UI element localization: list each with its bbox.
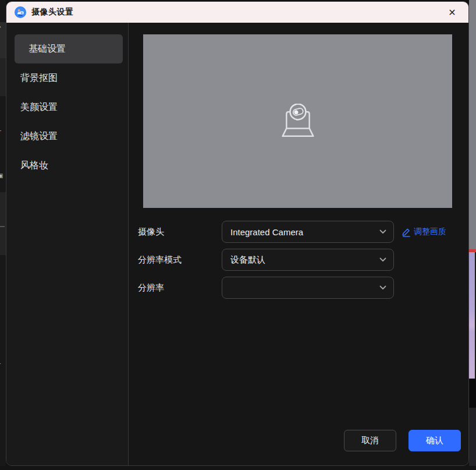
cancel-button[interactable]: 取消 xyxy=(344,430,396,451)
camera-preview-area xyxy=(143,34,452,208)
titlebar[interactable]: 摄像头设置 ✕ xyxy=(6,2,468,23)
bg-preview-edge xyxy=(469,0,476,249)
sidebar-item-beauty-settings[interactable]: 美颜设置 xyxy=(6,93,128,122)
adjust-quality-label: 调整画质 xyxy=(414,227,446,237)
camera-select[interactable]: Integrated Camera xyxy=(222,221,394,243)
webcam-icon xyxy=(280,104,315,139)
camera-label: 摄像头 xyxy=(138,227,222,238)
settings-sidebar: 基础设置 背景抠图 美颜设置 滤镜设置 风格妆 xyxy=(6,23,129,465)
resolution-mode-select[interactable]: 设备默认 xyxy=(222,249,394,271)
settings-content: 摄像头 Integrated Camera 调整画质 xyxy=(129,23,468,465)
adjust-quality-link[interactable]: 调整画质 xyxy=(402,227,446,237)
pencil-icon xyxy=(402,227,411,237)
chevron-down-icon xyxy=(379,257,386,262)
bg-block xyxy=(469,408,476,470)
divider xyxy=(0,226,5,227)
sidebar-item-label: 滤镜设置 xyxy=(20,130,58,143)
camera-settings-dialog: 摄像头设置 ✕ 基础设置 背景抠图 美颜设置 滤镜设置 风格妆 xyxy=(6,1,469,466)
sidebar-item-basic-settings[interactable]: 基础设置 xyxy=(15,34,123,63)
dialog-title: 摄像头设置 xyxy=(31,7,74,17)
dialog-footer: 取消 确认 xyxy=(344,430,461,451)
bg-glyph: ⌐ xyxy=(0,361,1,367)
sidebar-item-style-makeup[interactable]: 风格妆 xyxy=(6,151,128,180)
resolution-mode-label: 分辨率模式 xyxy=(138,255,222,266)
close-icon: ✕ xyxy=(448,7,456,18)
confirm-button[interactable]: 确认 xyxy=(408,430,461,451)
confirm-button-label: 确认 xyxy=(426,435,443,446)
sidebar-item-label: 风格妆 xyxy=(20,160,48,172)
form-row-resolution-mode: 分辨率模式 设备默认 xyxy=(138,249,468,271)
background-app-right-strip xyxy=(469,0,476,470)
background-bottom-strip xyxy=(0,466,476,470)
image-tool-icon: ▣ xyxy=(0,173,3,179)
app-logo-icon xyxy=(15,6,26,18)
camera-select-value: Integrated Camera xyxy=(230,227,375,237)
cancel-button-label: 取消 xyxy=(361,435,379,446)
bg-block xyxy=(469,379,476,408)
circle-icon: ◔ xyxy=(0,24,1,30)
resolution-label: 分辨率 xyxy=(138,282,222,294)
form-row-camera: 摄像头 Integrated Camera 调整画质 xyxy=(138,221,468,243)
resolution-select[interactable] xyxy=(222,277,394,299)
resolution-mode-select-value: 设备默认 xyxy=(230,255,375,266)
text-tool-icon: T xyxy=(0,130,1,136)
sidebar-item-background-matting[interactable]: 背景抠图 xyxy=(6,63,128,93)
sidebar-item-label: 基础设置 xyxy=(29,43,66,55)
sidebar-item-filter-settings[interactable]: 滤镜设置 xyxy=(6,122,128,151)
dialog-body: 基础设置 背景抠图 美颜设置 滤镜设置 风格妆 xyxy=(6,23,468,465)
form-row-resolution: 分辨率 xyxy=(138,277,468,299)
close-button[interactable]: ✕ xyxy=(444,4,460,20)
chevron-down-icon xyxy=(379,229,386,234)
bg-video-edge xyxy=(469,252,475,379)
bg-block xyxy=(0,58,6,96)
chevron-down-icon xyxy=(379,285,386,290)
background-app-left-strip: ◔ • T ▣ ⌐ : xyxy=(0,0,6,470)
sidebar-item-label: 背景抠图 xyxy=(20,72,58,84)
camera-settings-form: 摄像头 Integrated Camera 调整画质 xyxy=(129,221,468,299)
sidebar-item-label: 美颜设置 xyxy=(20,101,58,114)
bg-block xyxy=(0,192,6,255)
